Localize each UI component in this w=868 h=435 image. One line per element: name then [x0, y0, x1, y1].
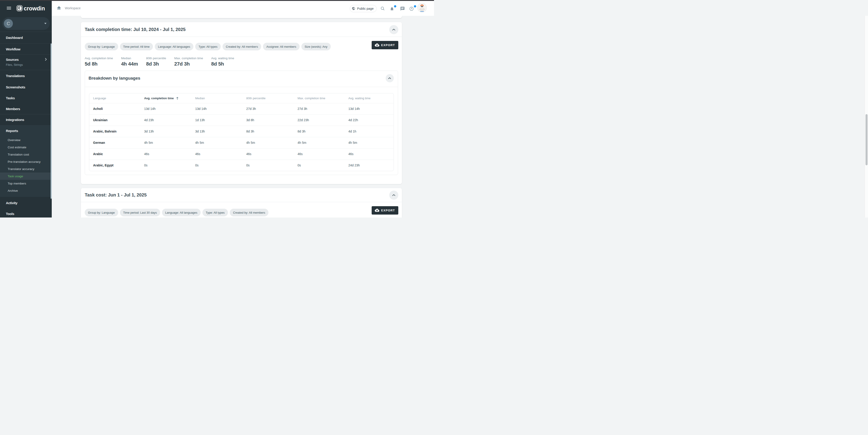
svg-text:?: ?: [411, 7, 412, 10]
